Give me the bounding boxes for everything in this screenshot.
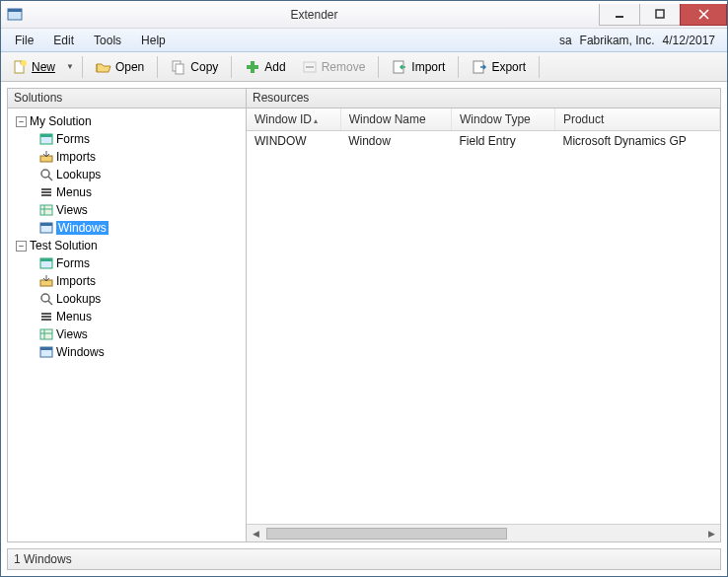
tree-solution[interactable]: −My Solution (14, 112, 246, 130)
view-icon (39, 327, 53, 341)
company-name[interactable]: Fabrikam, Inc. (580, 34, 655, 47)
copy-button[interactable]: Copy (164, 55, 225, 79)
export-button[interactable]: Export (465, 55, 533, 79)
tree-item[interactable]: Menus (37, 183, 246, 201)
titlebar: Extender (1, 1, 727, 29)
tree-item-label: Views (56, 327, 88, 341)
cell: Window (340, 131, 451, 152)
maximize-button[interactable] (639, 4, 681, 26)
tree-item-label: Forms (56, 256, 90, 270)
column-header[interactable]: Window ID▴ (247, 108, 340, 131)
sort-asc-icon: ▴ (314, 116, 318, 125)
svg-point-20 (41, 170, 49, 178)
solutions-tree[interactable]: −My SolutionFormsImportsLookupsMenusView… (8, 108, 246, 541)
svg-rect-37 (41, 319, 51, 321)
svg-rect-18 (40, 134, 52, 137)
lookup-icon (39, 168, 53, 181)
view-icon (39, 203, 53, 217)
close-button[interactable] (680, 4, 727, 26)
import-icon (392, 59, 407, 75)
add-button[interactable]: Add (238, 55, 292, 79)
resources-grid[interactable]: Window ID▴Window NameWindow TypeProduct … (247, 108, 720, 524)
menu-help[interactable]: Help (131, 29, 176, 51)
horizontal-scrollbar[interactable]: ◀ ▶ (247, 524, 720, 541)
cell: WINDOW (247, 131, 340, 152)
solutions-header: Solutions (8, 89, 246, 108)
tree-item-label: Menus (56, 185, 92, 199)
toolbar-separator (539, 56, 540, 78)
menu-edit[interactable]: Edit (43, 29, 84, 51)
svg-rect-22 (41, 188, 51, 190)
toolbar-separator (458, 56, 459, 78)
toolbar-separator (157, 56, 158, 78)
session-date[interactable]: 4/12/2017 (663, 34, 715, 47)
tree-item-label: Views (56, 203, 88, 217)
svg-rect-38 (40, 329, 52, 339)
tree-item-label: Imports (56, 274, 96, 288)
user-info: sa Fabrikam, Inc. 4/12/2017 (559, 29, 723, 51)
tree-solution[interactable]: −Test Solution (14, 237, 246, 254)
column-header[interactable]: Window Name (340, 108, 451, 131)
toolbar: New ▼ Open Copy Add Remove Import (1, 52, 727, 82)
new-button[interactable]: New (5, 55, 62, 79)
cell: Microsoft Dynamics GP (554, 131, 719, 152)
resources-pane: Resources Window ID▴Window NameWindow Ty… (247, 89, 720, 541)
tree-item[interactable]: Lookups (37, 290, 246, 308)
open-label: Open (115, 60, 144, 74)
svg-rect-2 (616, 16, 623, 18)
minus-icon (302, 59, 318, 75)
window-icon (39, 345, 53, 359)
form-icon (39, 132, 53, 146)
svg-rect-3 (656, 10, 664, 18)
new-label: New (32, 60, 55, 74)
tree-item[interactable]: Views (37, 201, 246, 219)
tree-item[interactable]: Windows (37, 343, 246, 361)
svg-rect-12 (247, 65, 258, 69)
table-row[interactable]: WINDOWWindowField EntryMicrosoft Dynamic… (247, 131, 720, 152)
svg-rect-24 (41, 194, 51, 196)
svg-rect-29 (40, 223, 52, 226)
expand-collapse-icon[interactable]: − (16, 241, 27, 252)
app-window: Extender File Edit Tools Help sa Fabrika… (0, 0, 728, 577)
tree-item[interactable]: Windows (37, 219, 246, 237)
tree-item-label: Lookups (56, 168, 101, 181)
tree-item[interactable]: Forms (37, 130, 246, 148)
svg-rect-25 (40, 205, 52, 215)
tree-item-label: Menus (56, 310, 92, 324)
tree-item-label: Lookups (56, 292, 101, 306)
plus-icon (245, 59, 260, 75)
scroll-track[interactable] (264, 527, 702, 541)
tree-item[interactable]: Imports (37, 272, 246, 290)
menu-tools[interactable]: Tools (84, 29, 131, 51)
expand-collapse-icon[interactable]: − (16, 116, 27, 127)
tree-item[interactable]: Menus (37, 308, 246, 325)
user-name[interactable]: sa (559, 34, 572, 47)
open-button[interactable]: Open (89, 55, 151, 79)
scroll-left-icon[interactable]: ◀ (247, 529, 264, 539)
new-icon (12, 59, 28, 75)
remove-button[interactable]: Remove (295, 55, 373, 79)
scroll-right-icon[interactable]: ▶ (702, 529, 720, 539)
content-area: Solutions −My SolutionFormsImportsLookup… (7, 88, 721, 542)
menu-file[interactable]: File (5, 29, 43, 51)
column-header[interactable]: Product (554, 108, 719, 131)
import-button[interactable]: Import (385, 55, 452, 79)
tree-item[interactable]: Imports (37, 148, 246, 166)
menubar: File Edit Tools Help sa Fabrikam, Inc. 4… (1, 29, 727, 52)
new-dropdown-icon[interactable]: ▼ (64, 62, 76, 71)
window-title: Extender (29, 8, 600, 22)
tree-item[interactable]: Lookups (37, 166, 246, 183)
column-header[interactable]: Window Type (451, 108, 554, 131)
export-label: Export (491, 60, 526, 74)
toolbar-separator (82, 56, 83, 78)
tree-item[interactable]: Forms (37, 254, 246, 272)
tree-item[interactable]: Views (37, 325, 246, 343)
tree-item-label: Windows (56, 221, 109, 235)
import-icon (39, 150, 53, 164)
scroll-thumb[interactable] (266, 528, 507, 540)
solutions-pane: Solutions −My SolutionFormsImportsLookup… (8, 89, 247, 541)
open-folder-icon (96, 59, 111, 75)
import-label: Import (411, 60, 445, 74)
minimize-button[interactable] (599, 4, 640, 26)
svg-rect-35 (41, 313, 51, 315)
